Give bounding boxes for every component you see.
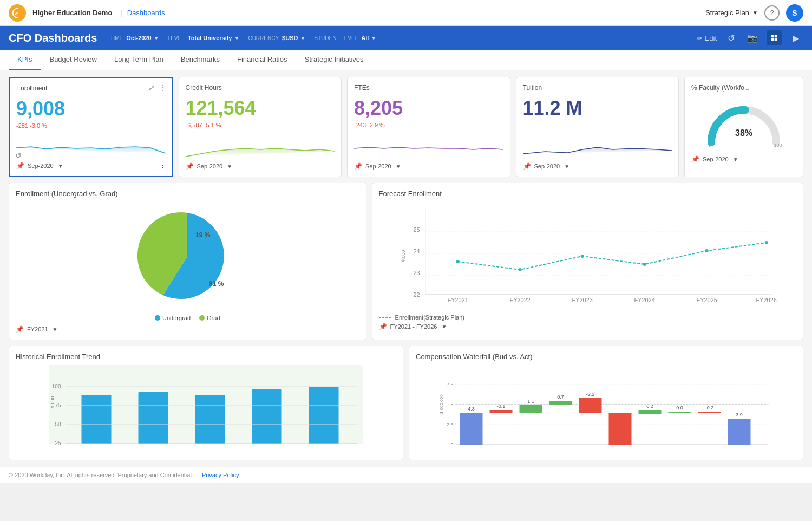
kpi-enrollment-icons[interactable]: ⤢ ⋮ <box>148 83 167 92</box>
pie-footer[interactable]: 📌 FY2021 ▼ <box>16 325 359 333</box>
kpi-ftes-sparkline <box>354 132 503 159</box>
strategic-plan-dropdown[interactable]: Strategic Plan ▼ <box>705 9 758 17</box>
kpi-ftes-period: Sep-2020 <box>365 163 391 170</box>
legend-grad: Grad <box>199 315 220 321</box>
historical-title: Historical Enrollment Trend <box>16 353 396 361</box>
svg-text:4.3: 4.3 <box>468 406 475 412</box>
grad-label: Grad <box>207 315 220 321</box>
svg-point-28 <box>580 255 584 258</box>
kpi-tuition-title: Tuition <box>523 84 672 92</box>
pie-legend: Undergrad Grad <box>16 315 359 321</box>
nav-separator: | <box>121 9 122 17</box>
pin-icon: 📌 <box>523 162 531 170</box>
period-dropdown-arrow: ▼ <box>53 327 58 333</box>
forecast-footer[interactable]: 📌 FY2021 - FY2026 ▼ <box>379 323 796 330</box>
kpi-credit-hours-footer[interactable]: 📌 Sep-2020 ▼ <box>186 162 335 170</box>
expand-icon[interactable]: ⤢ <box>148 83 155 92</box>
tab-long-term-plan[interactable]: Long Term Plan <box>106 50 172 70</box>
tab-financial-ratios[interactable]: Financial Ratios <box>228 50 296 70</box>
privacy-policy-link[interactable]: Privacy Policy <box>202 472 239 478</box>
period-dropdown-arrow: ▼ <box>396 164 401 170</box>
video-button[interactable]: ▶ <box>788 30 803 45</box>
menu-icon[interactable]: ⋮ <box>159 83 167 92</box>
kpi-credit-hours-title: Credit Hours <box>186 84 335 92</box>
kpi-tuition: Tuition 11.2 M 📌 Sep-2020 ▼ <box>516 77 679 177</box>
compensation-waterfall-card: Compensation Waterfall (Bud vs. Act) 0 2… <box>409 346 803 460</box>
edit-button[interactable]: ✏ Edit <box>697 34 717 42</box>
refresh-button[interactable]: ↺ <box>723 30 738 45</box>
svg-text:75: 75 <box>55 402 61 408</box>
kpi-faculty: % Faculty (Workfo... 38% 0 100 📌 Sep-202… <box>684 77 803 177</box>
forecast-legend-label: Enrollment(Strategic Plan) <box>395 314 464 321</box>
level-filter[interactable]: LEVEL Total University ▼ <box>168 35 240 41</box>
kpi-faculty-period: Sep-2020 <box>703 156 729 162</box>
svg-text:w: w <box>14 11 18 16</box>
svg-text:FY2024: FY2024 <box>634 297 655 303</box>
legend-undergrad: Undergrad <box>155 315 191 321</box>
kpi-tuition-period: Sep-2020 <box>534 163 560 170</box>
tabs-bar: KPIs Budget Review Long Term Plan Benchm… <box>0 50 812 70</box>
forecast-chart-svg: 22 23 24 25 #,000 FY2021 FY2022 FY2023 F… <box>379 202 796 310</box>
pie-period: FY2021 <box>27 326 48 333</box>
svg-rect-39 <box>82 395 112 444</box>
time-filter[interactable]: TIME Oct-2020 ▼ <box>110 35 159 41</box>
more-icon[interactable]: ⋮ <box>160 162 166 170</box>
period-dropdown-arrow: ▼ <box>564 164 569 170</box>
kpi-faculty-title: % Faculty (Workfo... <box>691 84 796 92</box>
bottom-row: Historical Enrollment Trend 25 50 75 100… <box>9 346 803 460</box>
tab-budget-review[interactable]: Budget Review <box>41 50 105 70</box>
forecast-chart-container: 22 23 24 25 #,000 FY2021 FY2022 FY2023 F… <box>379 202 796 330</box>
svg-rect-40 <box>139 392 168 444</box>
kpi-credit-hours-delta: -6,587 -5.1 % <box>186 122 335 128</box>
historical-chart-svg: 25 50 75 100 #,000 <box>16 365 396 452</box>
kpi-enrollment-title: Enrollment <box>16 84 166 92</box>
dashboards-link[interactable]: Dashboards <box>127 9 165 17</box>
reset-icon[interactable]: ↺ <box>15 151 22 160</box>
pin-icon: 📌 <box>691 155 699 163</box>
compensation-title: Compensation Waterfall (Bud vs. Act) <box>416 353 796 361</box>
svg-text:FY2025: FY2025 <box>696 297 717 303</box>
historical-enrollment-card: Historical Enrollment Trend 25 50 75 100… <box>9 346 403 460</box>
top-nav: w Higher Education Demo | Dashboards Str… <box>0 0 812 26</box>
pin-icon: 📌 <box>16 325 24 333</box>
svg-rect-62 <box>520 405 542 413</box>
tab-strategic-initiatives[interactable]: Strategic Initiatives <box>296 50 372 70</box>
svg-point-27 <box>518 268 521 271</box>
svg-rect-69 <box>639 410 662 414</box>
svg-text:7.5: 7.5 <box>447 382 454 387</box>
tab-kpis[interactable]: KPIs <box>9 50 41 70</box>
tab-benchmarks[interactable]: Benchmarks <box>172 50 228 70</box>
kpi-faculty-footer[interactable]: 📌 Sep-2020 ▼ <box>691 155 796 163</box>
svg-text:23: 23 <box>413 270 420 276</box>
svg-rect-64 <box>549 401 572 405</box>
help-button[interactable]: ? <box>764 5 780 21</box>
kpi-credit-hours-period: Sep-2020 <box>197 163 223 170</box>
svg-text:3.9: 3.9 <box>736 412 743 418</box>
svg-text:$,000,000: $,000,000 <box>439 394 444 414</box>
enrollment-pie-title: Enrollment (Undergrad vs. Grad) <box>16 190 359 198</box>
svg-text:FY2026: FY2026 <box>756 297 777 303</box>
pie-chart-svg: 19 % 81 % <box>133 207 241 305</box>
svg-rect-58 <box>460 413 483 445</box>
currency-filter[interactable]: CURRENCY $USD ▼ <box>248 35 305 41</box>
kpi-enrollment-footer[interactable]: 📌 Sep-2020 ▼ ⋮ <box>16 162 166 170</box>
svg-rect-41 <box>195 395 225 444</box>
copyright-text: © 2020 Workday, Inc. All rights reserved… <box>9 472 193 478</box>
svg-text:100: 100 <box>52 383 61 389</box>
camera-button[interactable]: 📷 <box>745 30 760 45</box>
pie-chart-container: 19 % 81 % <box>16 202 359 310</box>
pin-icon: 📌 <box>379 323 387 330</box>
svg-text:0.0: 0.0 <box>676 405 683 411</box>
student-level-filter[interactable]: STUDENT LEVEL All ▼ <box>314 35 376 41</box>
svg-rect-4 <box>775 38 777 41</box>
page-header: CFO Dashboards TIME Oct-2020 ▼ LEVEL Tot… <box>0 26 812 50</box>
kpi-credit-hours-value: 121,564 <box>186 97 335 120</box>
page-title: CFO Dashboards <box>9 32 97 44</box>
period-dropdown-arrow: ▼ <box>733 157 738 162</box>
grid-view-button[interactable] <box>767 30 782 45</box>
svg-text:100: 100 <box>774 142 782 148</box>
kpi-ftes-footer[interactable]: 📌 Sep-2020 ▼ <box>354 162 503 170</box>
kpi-tuition-footer[interactable]: 📌 Sep-2020 ▼ <box>523 162 672 170</box>
user-avatar[interactable]: S <box>786 4 803 22</box>
kpi-enrollment-sparkline <box>16 132 166 159</box>
